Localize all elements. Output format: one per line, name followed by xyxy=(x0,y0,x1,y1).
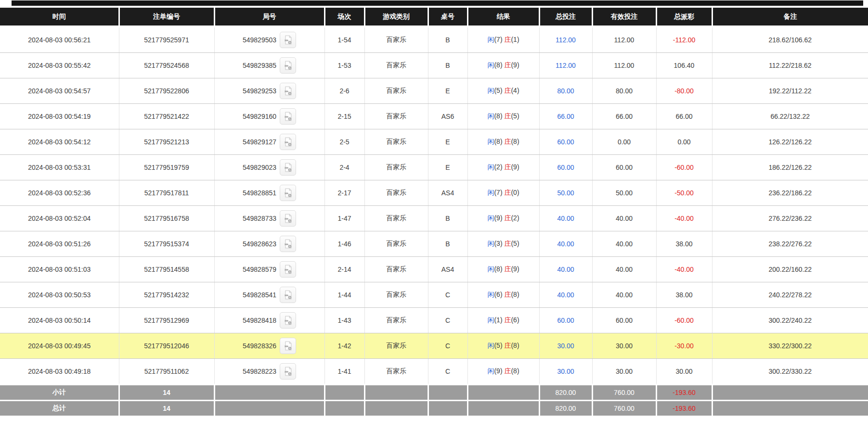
result-banker-label: 庄 xyxy=(504,291,511,298)
cell-valid-bet: 60.00 xyxy=(592,308,656,333)
cell-time: 2024-08-03 00:54:19 xyxy=(0,104,119,129)
cell-valid-bet: 80.00 xyxy=(592,78,656,104)
cell-remark: 66.22/132.22 xyxy=(712,104,868,129)
cell-valid-bet: 40.00 xyxy=(592,282,656,308)
video-replay-icon xyxy=(283,188,293,198)
result-player-label: 闲 xyxy=(487,61,494,69)
total-bet-link[interactable]: 112.00 xyxy=(556,62,576,69)
cell-bet-id: 521779519759 xyxy=(119,155,214,180)
video-replay-button[interactable] xyxy=(280,185,296,201)
table-row[interactable]: 2024-08-03 00:51:03521779514558549828579… xyxy=(0,257,868,282)
table-row[interactable]: 2024-08-03 00:52:04521779516758549828733… xyxy=(0,206,868,231)
result-player-score: (8) xyxy=(494,138,504,145)
total-bet-link[interactable]: 50.00 xyxy=(557,189,574,197)
total-bet-link[interactable]: 66.00 xyxy=(557,113,574,120)
total-bet-link[interactable]: 40.00 xyxy=(557,291,574,299)
video-replay-button[interactable] xyxy=(280,312,296,329)
video-replay-button[interactable] xyxy=(280,236,296,252)
table-row[interactable]: 2024-08-03 00:49:18521779511062549828223… xyxy=(0,359,868,385)
cell-payout: -112.00 xyxy=(656,26,712,53)
total-bet-link[interactable]: 60.00 xyxy=(557,138,574,146)
cell-table-no: E xyxy=(428,78,467,104)
video-replay-button[interactable] xyxy=(280,83,296,99)
column-header-payout: 总派彩 xyxy=(656,8,712,26)
table-row[interactable]: 2024-08-03 00:54:12521779521213549829127… xyxy=(0,129,868,155)
video-replay-icon xyxy=(283,111,293,122)
table-row[interactable]: 2024-08-03 00:55:42521779524568549829385… xyxy=(0,53,868,78)
table-row[interactable]: 2024-08-03 00:52:36521779517811549828851… xyxy=(0,180,868,206)
cell-time: 2024-08-03 00:54:57 xyxy=(0,78,119,104)
total-bet-link[interactable]: 40.00 xyxy=(557,240,574,248)
round-number: 549828223 xyxy=(243,368,276,375)
cell-bet-id: 521779522806 xyxy=(119,78,214,104)
video-replay-button[interactable] xyxy=(280,108,296,125)
video-replay-button[interactable] xyxy=(280,363,296,380)
video-replay-icon xyxy=(283,315,293,326)
video-replay-button[interactable] xyxy=(280,287,296,303)
result-banker-label: 庄 xyxy=(504,61,511,69)
result-banker-score: (5) xyxy=(511,112,519,120)
summary-total-bet: 820.00 xyxy=(539,385,592,401)
result-banker-score: (0) xyxy=(511,189,519,196)
result-banker-score: (5) xyxy=(511,240,519,247)
cell-valid-bet: 40.00 xyxy=(592,257,656,282)
column-header-session: 场次 xyxy=(324,8,364,26)
table-row[interactable]: 2024-08-03 00:54:19521779521422549829160… xyxy=(0,104,868,129)
summary-valid-bet: 760.00 xyxy=(592,385,656,401)
cell-time: 2024-08-03 00:56:21 xyxy=(0,26,119,53)
video-replay-button[interactable] xyxy=(280,338,296,354)
table-row[interactable]: 2024-08-03 00:50:14521779512969549828418… xyxy=(0,308,868,333)
cell-payout: 30.00 xyxy=(656,359,712,385)
result-player-score: (9) xyxy=(494,367,504,375)
column-header-bet_id: 注单编号 xyxy=(119,8,214,26)
cell-remark: 200.22/160.22 xyxy=(712,257,868,282)
cell-round: 549828541 xyxy=(214,282,324,308)
total-bet-link[interactable]: 40.00 xyxy=(557,266,574,273)
summary-empty xyxy=(214,401,324,416)
summary-empty xyxy=(467,385,539,401)
table-row[interactable]: 2024-08-03 00:49:45521779512046549828326… xyxy=(0,333,868,359)
total-bet-link[interactable]: 30.00 xyxy=(557,342,574,350)
cell-remark: 330.22/300.22 xyxy=(712,333,868,359)
summary-empty xyxy=(428,401,467,416)
result-player-score: (9) xyxy=(494,214,504,222)
video-replay-icon xyxy=(283,341,293,351)
total-bet-link[interactable]: 60.00 xyxy=(557,164,574,171)
summary-total-bet: 820.00 xyxy=(539,401,592,416)
cell-game-type: 百家乐 xyxy=(364,78,428,104)
total-bet-link[interactable]: 40.00 xyxy=(557,215,574,222)
total-bet-link[interactable]: 112.00 xyxy=(556,36,576,44)
table-row[interactable]: 2024-08-03 00:53:31521779519759549829023… xyxy=(0,155,868,180)
result-banker-label: 庄 xyxy=(504,112,511,120)
result-banker-label: 庄 xyxy=(504,163,511,171)
table-row[interactable]: 2024-08-03 00:50:53521779514232549828541… xyxy=(0,282,868,308)
table-row[interactable]: 2024-08-03 00:51:26521779515374549828623… xyxy=(0,231,868,257)
cell-time: 2024-08-03 00:50:53 xyxy=(0,282,119,308)
result-player-label: 闲 xyxy=(487,189,494,196)
cell-payout: 38.00 xyxy=(656,231,712,257)
table-row[interactable]: 2024-08-03 00:54:57521779522806549829253… xyxy=(0,78,868,104)
video-replay-button[interactable] xyxy=(280,134,296,150)
video-replay-button[interactable] xyxy=(280,210,296,227)
cell-result: 闲(7) 庄(0) xyxy=(467,180,539,206)
result-banker-label: 庄 xyxy=(504,138,511,145)
round-number: 549828418 xyxy=(243,317,276,324)
video-replay-button[interactable] xyxy=(280,159,296,176)
table-row[interactable]: 2024-08-03 00:56:21521779525971549829503… xyxy=(0,26,868,53)
video-replay-button[interactable] xyxy=(280,261,296,278)
video-replay-icon xyxy=(283,162,293,173)
cell-bet-id: 521779521422 xyxy=(119,104,214,129)
total-bet-link[interactable]: 30.00 xyxy=(557,368,574,375)
video-replay-button[interactable] xyxy=(280,57,296,74)
total-bet-link[interactable]: 80.00 xyxy=(557,87,574,95)
cell-game-type: 百家乐 xyxy=(364,308,428,333)
cell-payout: -40.00 xyxy=(656,206,712,231)
total-bet-link[interactable]: 60.00 xyxy=(557,317,574,324)
cell-game-type: 百家乐 xyxy=(364,180,428,206)
payout-value: 0.00 xyxy=(677,138,690,146)
video-replay-icon xyxy=(283,35,293,45)
video-replay-button[interactable] xyxy=(280,32,296,48)
cell-result: 闲(8) 庄(9) xyxy=(467,53,539,78)
cell-bet-id: 521779517811 xyxy=(119,180,214,206)
round-number: 549828851 xyxy=(243,189,276,197)
